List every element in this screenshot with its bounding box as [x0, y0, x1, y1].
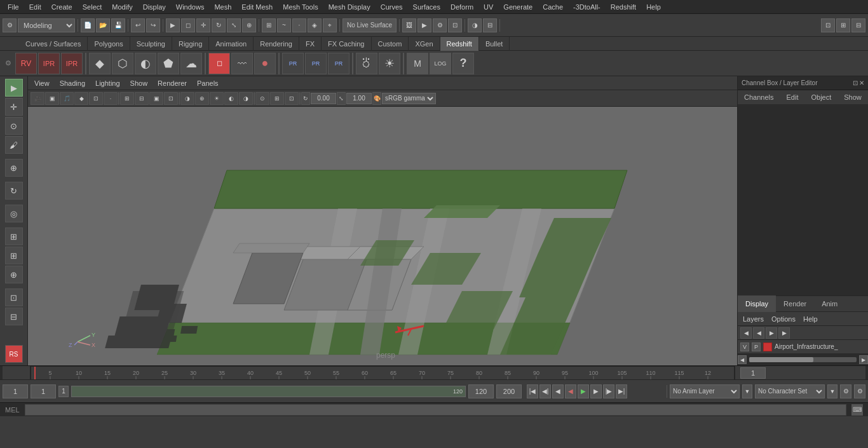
tab-display[interactable]: Display — [738, 295, 776, 312]
menu-file[interactable]: File — [3, 2, 24, 12]
timeline-ruler[interactable]: 5 10 15 20 25 30 35 40 45 — [31, 366, 735, 379]
menu-cache[interactable]: Cache — [538, 2, 568, 12]
rs-icon-10[interactable]: 〰 — [231, 53, 253, 74]
menu-create[interactable]: Create — [46, 2, 78, 12]
select-lasso-btn[interactable]: ◻ — [181, 18, 195, 32]
next-key-btn[interactable]: |▶ — [603, 384, 614, 398]
mel-input[interactable] — [25, 404, 846, 416]
vp-wireframe-btn[interactable]: ⊟ — [135, 92, 149, 105]
menu-edit-mesh[interactable]: Edit Mesh — [236, 2, 278, 12]
render-region-btn[interactable]: ⊡ — [448, 18, 462, 32]
layers-options-item[interactable]: Options — [769, 314, 798, 324]
anim-total-input[interactable] — [496, 384, 522, 398]
menu-mesh-tools[interactable]: Mesh Tools — [278, 2, 323, 12]
vp-color-space-icon[interactable]: 🎨 — [372, 92, 381, 105]
snap-view-btn[interactable]: ◈ — [308, 18, 322, 32]
layer-scroll-right2-btn[interactable]: ▶ — [778, 327, 790, 339]
undo-btn[interactable]: ↩ — [131, 18, 145, 32]
range-slider[interactable]: 120 — [71, 386, 466, 397]
paint-btn[interactable]: 🖌 — [5, 136, 23, 154]
tab-object[interactable]: Object — [804, 90, 837, 104]
wireframe-btn[interactable]: ⊟ — [483, 18, 497, 32]
render-view-btn[interactable]: 🖼 — [402, 18, 416, 32]
vp-rotate-input[interactable] — [311, 93, 336, 104]
redo-btn[interactable]: ↪ — [146, 18, 160, 32]
vp-rotate-icon[interactable]: ↻ — [301, 92, 310, 105]
rs-pr-2[interactable]: PR — [305, 53, 327, 74]
layer-scroll-left2-btn[interactable]: ◀ — [753, 327, 764, 339]
maximize-panel-btn[interactable]: ⊡ — [821, 18, 835, 32]
menu-edit[interactable]: Edit — [24, 2, 46, 12]
layer-scroll-thumb[interactable] — [749, 357, 813, 362]
move-tool-btn[interactable]: ✛ — [196, 18, 210, 32]
vp-shade-btn[interactable]: ◑ — [180, 92, 194, 105]
vp-grid-btn[interactable]: ⊞ — [120, 92, 134, 105]
shelf-tab-rendering[interactable]: Rendering — [254, 37, 299, 51]
shelf-tab-fx-caching[interactable]: FX Caching — [322, 37, 371, 51]
snap-live-btn[interactable]: ⌖ — [323, 18, 337, 32]
vp-menu-view[interactable]: View — [31, 78, 53, 88]
vp-menu-panels[interactable]: Panels — [193, 78, 222, 88]
shelf-tab-redshift[interactable]: Redshift — [440, 37, 479, 51]
rs-icon-log[interactable]: LOG — [430, 53, 451, 74]
snap-curve-btn[interactable]: ~ — [277, 18, 291, 32]
split-layout-btn[interactable]: ⊟ — [851, 18, 865, 32]
panel-close-btn[interactable]: ✕ — [859, 79, 864, 86]
layers-menu-item[interactable]: Layers — [740, 314, 766, 324]
vp-keyframe-btn[interactable]: ◆ — [74, 92, 88, 105]
tab-anim[interactable]: Anim — [814, 295, 845, 312]
save-scene-btn[interactable]: 💾 — [111, 18, 125, 32]
shelf-tab-rigging[interactable]: Rigging — [172, 37, 209, 51]
vp-xray-btn[interactable]: ◑ — [239, 92, 253, 105]
menu-mesh[interactable]: Mesh — [209, 2, 236, 12]
quick-layout-btn[interactable]: ⊟ — [5, 308, 23, 325]
play-back-btn[interactable]: ◀ — [565, 384, 576, 398]
workspace-dropdown[interactable]: Modeling — [18, 18, 75, 32]
snap-grid-btn[interactable]: ⊞ — [262, 18, 276, 32]
vp-smooth-btn[interactable]: ▣ — [149, 92, 163, 105]
grid-layout-btn[interactable]: ⊞ — [836, 18, 850, 32]
rs-icon-9[interactable]: ◻ — [208, 53, 230, 74]
open-scene-btn[interactable]: 📂 — [96, 18, 110, 32]
menu-uv[interactable]: UV — [478, 2, 498, 12]
shelf-tab-polygons[interactable]: Polygons — [88, 37, 130, 51]
layer-scroll-left-track-btn[interactable]: ◀ — [738, 355, 747, 364]
transform-btn[interactable]: ✛ — [5, 98, 23, 116]
layer-scrollbar[interactable]: ◀ ▶ — [738, 354, 868, 365]
rs-icon-5[interactable]: ⬡ — [112, 53, 133, 74]
toggle-pivot-btn[interactable]: ⊕ — [5, 266, 23, 283]
anim-layer-down-arrow[interactable]: ▼ — [742, 384, 752, 398]
snap-point-btn[interactable]: · — [292, 18, 306, 32]
rotate-tool-btn[interactable]: ↻ — [212, 18, 226, 32]
layers-help-item[interactable]: Help — [801, 314, 820, 324]
vp-camera-btn[interactable]: 🎥 — [31, 92, 44, 105]
layer-scroll-left-btn[interactable]: ◀ — [740, 327, 752, 339]
go-start-btn[interactable]: |◀ — [527, 384, 538, 398]
tab-channels[interactable]: Channels — [738, 90, 780, 104]
add-attr-btn[interactable]: ⊞ — [5, 247, 23, 264]
select-mode-btn[interactable]: ▶ — [5, 79, 23, 97]
vp-scale-input[interactable] — [346, 93, 372, 104]
vp-isolate-btn[interactable]: ⊙ — [255, 92, 269, 105]
anim-end-input[interactable] — [468, 384, 494, 398]
layer-scroll-right-btn[interactable]: ▶ — [766, 327, 777, 339]
panel-expand-btn[interactable]: ⊡ — [853, 79, 858, 86]
auto-key-btn[interactable]: ⚙ — [840, 384, 851, 398]
status-kbd-btn[interactable]: ⌨ — [851, 404, 863, 416]
shelf-tab-animation[interactable]: Animation — [209, 37, 254, 51]
menu-deform[interactable]: Deform — [445, 2, 478, 12]
next-frame-btn[interactable]: ▶ — [590, 384, 602, 398]
xray-btn[interactable]: ◑ — [468, 18, 482, 32]
menu-redshift[interactable]: Redshift — [606, 2, 641, 12]
menu-3dtall[interactable]: -3DtoAll- — [568, 2, 606, 12]
anim-layer-dropdown[interactable]: No Anim Layer — [670, 384, 740, 398]
vp-light-btn[interactable]: ☀ — [210, 92, 224, 105]
tab-show[interactable]: Show — [837, 90, 868, 104]
layer-scroll-track[interactable] — [749, 357, 857, 362]
range-start-input[interactable] — [58, 386, 69, 397]
rs-icon-8[interactable]: ☁ — [180, 53, 202, 74]
show-manipulators-btn[interactable]: ⊞ — [5, 227, 23, 245]
select-tool-btn[interactable]: ▶ — [166, 18, 180, 32]
vp-select-all-btn[interactable]: ⊞ — [270, 92, 284, 105]
menu-mesh-display[interactable]: Mesh Display — [323, 2, 376, 12]
